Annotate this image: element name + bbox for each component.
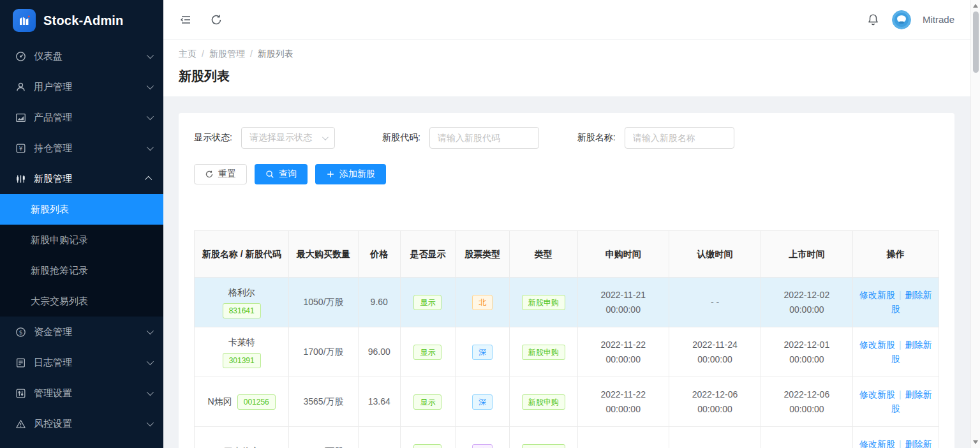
price-cell: 78.90	[358, 427, 400, 448]
sidebar-item-dashboard[interactable]: 仪表盘	[0, 41, 163, 71]
market-badge: 北	[472, 295, 493, 310]
sidebar-item-ipo-management[interactable]: 新股管理	[0, 163, 163, 194]
sidebar-item-positions[interactable]: ¥ 持仓管理	[0, 133, 163, 163]
sidebar-item-products[interactable]: 产品管理	[0, 102, 163, 133]
toolbar: 重置 查询 添加新股	[194, 164, 939, 184]
sidebar-subitem-ipo-list[interactable]: 新股列表	[0, 194, 163, 225]
table-row: 格利尔 831641 1050/万股 9.60 显示 北 新股申购 2022-1…	[195, 278, 939, 327]
col-market: 股票类型	[456, 231, 510, 278]
chevron-down-icon	[147, 419, 154, 426]
max-buy-cell: 1050/万股	[289, 278, 358, 327]
gauge-icon	[15, 51, 26, 62]
breadcrumb: 主页 / 新股管理 / 新股列表	[179, 49, 965, 60]
area-chart-icon	[15, 112, 26, 123]
submenu-item-label: 新股抢筹记录	[31, 265, 88, 277]
sidebar-item-logs[interactable]: 日志管理	[0, 347, 163, 378]
delete-stock-link[interactable]: 删除新股	[891, 290, 932, 314]
sidebar-item-risk-settings[interactable]: 风控设置	[0, 408, 163, 439]
svg-text:¥: ¥	[19, 146, 23, 152]
stock-name: N炜冈	[208, 395, 232, 409]
sidebar-subitem-block-trade-list[interactable]: 大宗交易列表	[0, 286, 163, 317]
bell-icon[interactable]	[866, 13, 880, 27]
stock-name: 格利尔	[228, 286, 255, 300]
plus-icon	[326, 170, 335, 179]
display-badge: 显示	[413, 345, 442, 360]
sidebar-item-admin-settings[interactable]: 管理设置	[0, 378, 163, 408]
sidebar-item-label: 新股管理	[34, 173, 139, 185]
breadcrumb-separator: /	[202, 49, 204, 60]
max-buy-cell: 3565/万股	[289, 377, 358, 427]
page-header: 主页 / 新股管理 / 新股列表 新股列表	[163, 40, 980, 96]
edit-stock-link[interactable]: 修改新股	[859, 439, 895, 448]
svg-text:$: $	[19, 329, 23, 335]
app-window: Stock-Admin 仪表盘 用户管理	[0, 0, 980, 448]
breadcrumb-separator: /	[250, 49, 253, 60]
col-list-time: 上市时间	[761, 231, 852, 278]
chevron-down-icon	[322, 134, 329, 140]
add-stock-button[interactable]: 添加新股	[315, 164, 386, 184]
vertical-scrollbar[interactable]	[970, 0, 980, 448]
ipo-submenu: 新股列表 新股申购记录 新股抢筹记录 大宗交易列表	[0, 194, 163, 317]
delete-stock-link[interactable]: 删除新股	[891, 439, 932, 448]
delete-stock-link[interactable]: 删除新股	[891, 340, 932, 364]
stock-name: 卡莱特	[228, 336, 255, 350]
sidebar-menu: 仪表盘 用户管理 产品管理	[0, 41, 163, 448]
edit-stock-link[interactable]: 修改新股	[859, 389, 895, 399]
stock-code-badge: 831641	[223, 303, 261, 318]
sidebar-subitem-subscription-records[interactable]: 新股申购记录	[0, 225, 163, 255]
market-badge: 沪	[472, 444, 493, 448]
avatar[interactable]	[892, 10, 911, 29]
sidebar-item-label: 仪表盘	[34, 50, 139, 63]
scrollbar-up-arrow[interactable]	[971, 1, 980, 10]
table-row: 卡莱特 301391 1700/万股 96.00 显示 深 新股申购 2022-…	[195, 327, 939, 377]
sidebar-subitem-grab-records[interactable]: 新股抢筹记录	[0, 255, 163, 286]
user-name[interactable]: Mitrade	[923, 14, 954, 25]
stock-name-label: 新股名称:	[577, 132, 616, 144]
refresh-icon[interactable]	[209, 13, 223, 27]
submenu-item-label: 新股申购记录	[31, 234, 88, 246]
add-stock-button-label: 添加新股	[339, 168, 375, 180]
sidebar-item-label: 管理设置	[34, 387, 139, 399]
menu-fold-icon[interactable]	[179, 13, 193, 27]
breadcrumb-home[interactable]: 主页	[179, 49, 197, 60]
dollar-circle-icon: $	[15, 327, 26, 338]
scrollbar-thumb[interactable]	[973, 11, 979, 73]
edit-stock-link[interactable]: 修改新股	[859, 340, 895, 350]
reset-button[interactable]: 重置	[194, 164, 247, 184]
content-area: 显示状态: 请选择显示状态 新股代码: 新股名称:	[163, 96, 980, 448]
filter-bar: 显示状态: 请选择显示状态 新股代码: 新股名称:	[194, 127, 939, 149]
chevron-down-icon	[147, 52, 154, 59]
sidebar: Stock-Admin 仪表盘 用户管理	[0, 0, 163, 448]
stock-code-badge: 301391	[223, 353, 261, 368]
col-price: 价格	[358, 231, 400, 278]
submenu-item-label: 大宗交易列表	[31, 295, 88, 308]
stock-code-input[interactable]	[429, 127, 539, 149]
stock-name-input[interactable]	[625, 127, 734, 149]
app-title: Stock-Admin	[43, 13, 124, 28]
search-button[interactable]: 查询	[255, 164, 308, 184]
sidebar-item-label: 持仓管理	[34, 142, 139, 154]
market-badge: 深	[472, 345, 493, 360]
page-title: 新股列表	[179, 68, 965, 85]
edit-stock-link[interactable]: 修改新股	[859, 290, 895, 300]
col-display: 是否显示	[400, 231, 455, 278]
user-icon	[15, 82, 26, 93]
col-name-code: 新股名称 / 新股代码	[195, 231, 289, 278]
price-cell: 13.64	[358, 377, 400, 427]
chevron-down-icon	[147, 389, 154, 396]
chevron-down-icon	[147, 82, 154, 89]
search-button-label: 查询	[279, 168, 297, 180]
chevron-up-icon	[145, 176, 152, 183]
col-pay-time: 认缴时间	[669, 231, 761, 278]
settings-sliders-icon	[15, 388, 26, 399]
sidebar-item-label: 产品管理	[34, 112, 139, 124]
scrollbar-down-arrow[interactable]	[971, 438, 980, 447]
content-card: 显示状态: 请选择显示状态 新股代码: 新股名称:	[179, 113, 954, 448]
sidebar-item-users[interactable]: 用户管理	[0, 71, 163, 102]
display-status-select[interactable]: 请选择显示状态	[241, 127, 335, 149]
max-buy-cell: 1914/万股	[289, 427, 358, 448]
log-document-icon	[15, 357, 26, 368]
delete-stock-link[interactable]: 删除新股	[891, 389, 932, 414]
sidebar-item-funds[interactable]: $ 资金管理	[0, 317, 163, 347]
breadcrumb-ipo-management[interactable]: 新股管理	[209, 49, 245, 60]
